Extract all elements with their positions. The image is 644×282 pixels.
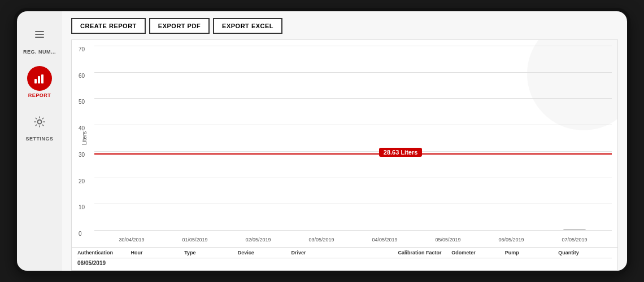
th-device: Device	[238, 250, 291, 255]
svg-point-6	[38, 120, 42, 124]
sidebar: REG. NUM... REPORT SETTINGS	[17, 11, 62, 271]
bars-area	[94, 46, 612, 230]
th-type: Type	[184, 250, 238, 255]
tablet-frame: REG. NUM... REPORT SETTINGS	[17, 11, 627, 271]
export-excel-button[interactable]: EXPORT EXCEL	[213, 18, 282, 34]
th-authentication: Authentication	[77, 250, 131, 255]
sidebar-item-report[interactable]: REPORT	[17, 60, 62, 104]
x-label-5: 05/05/2019	[416, 237, 480, 243]
svg-rect-4	[38, 76, 40, 83]
x-label-4: 04/05/2019	[353, 237, 416, 243]
svg-rect-0	[35, 31, 44, 32]
y-tick-50: 50	[79, 99, 85, 105]
settings-label: SETTINGS	[25, 136, 53, 142]
chart-inner: Liters 70 60 50	[94, 46, 612, 230]
x-labels: 30/04/2019 01/05/2019 02/05/2019 03/05/2…	[94, 237, 612, 243]
y-tick-60: 60	[79, 72, 85, 78]
average-label: 28.63 Liters	[379, 148, 423, 157]
svg-rect-1	[35, 34, 44, 35]
report-label: REPORT	[28, 92, 51, 98]
bar-group-7	[543, 229, 606, 230]
average-line: 28.63 Liters	[94, 153, 612, 155]
table-area: Authentication Hour Type Device Driver C…	[71, 248, 618, 271]
th-empty	[345, 250, 398, 255]
x-label-3: 03/05/2019	[290, 237, 353, 243]
reg-num-label: REG. NUM...	[23, 49, 56, 55]
chart-container: Liters 70 60 50	[71, 39, 618, 248]
grid-line-0: 0	[94, 230, 612, 231]
sidebar-item-settings[interactable]: SETTINGS	[17, 104, 62, 147]
table-first-date: 06/05/2019	[77, 258, 612, 268]
x-label-1: 01/05/2019	[163, 237, 227, 243]
main-content: CREATE REPORT EXPORT PDF EXPORT EXCEL Li…	[62, 11, 627, 271]
y-tick-70: 70	[79, 46, 85, 52]
svg-rect-5	[41, 74, 43, 83]
reg-num-icon	[27, 23, 52, 47]
toolbar: CREATE REPORT EXPORT PDF EXPORT EXCEL	[71, 18, 618, 34]
report-icon	[27, 66, 52, 91]
export-pdf-button[interactable]: EXPORT PDF	[149, 18, 210, 34]
y-tick-10: 10	[79, 204, 85, 210]
x-label-0: 30/04/2019	[100, 237, 163, 243]
th-pump: Pump	[505, 250, 559, 255]
svg-rect-2	[35, 37, 44, 38]
y-tick-0: 0	[79, 231, 82, 237]
bar-7	[563, 229, 586, 230]
th-odometer: Odometer	[451, 250, 505, 255]
th-driver: Driver	[291, 250, 345, 255]
th-quantity: Quantity	[558, 250, 612, 255]
svg-rect-3	[34, 79, 37, 83]
x-label-7: 07/05/2019	[543, 237, 606, 243]
th-calibration: Calibration Factor	[398, 250, 452, 255]
y-axis-label: Liters	[81, 131, 88, 144]
y-tick-40: 40	[79, 125, 85, 131]
settings-icon	[27, 109, 52, 134]
sidebar-item-reg-num[interactable]: REG. NUM...	[17, 17, 62, 60]
y-tick-20: 20	[79, 178, 85, 184]
create-report-button[interactable]: CREATE REPORT	[71, 18, 146, 34]
x-label-6: 06/05/2019	[480, 237, 543, 243]
y-tick-30: 30	[79, 151, 85, 157]
table-header: Authentication Hour Type Device Driver C…	[77, 250, 612, 258]
x-label-2: 02/05/2019	[227, 237, 290, 243]
th-hour: Hour	[131, 250, 185, 255]
